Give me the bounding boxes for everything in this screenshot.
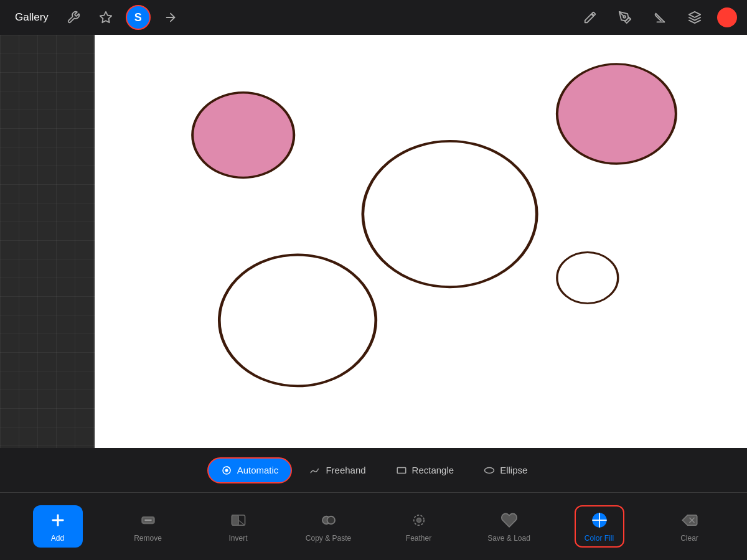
toolbar-left: Gallery S bbox=[10, 5, 183, 30]
colorfill-icon bbox=[590, 510, 609, 530]
plus-icon bbox=[48, 510, 68, 530]
mode-freehand[interactable]: Freehand bbox=[297, 457, 378, 483]
action-invert[interactable]: Invert bbox=[214, 510, 263, 543]
copy-icon bbox=[319, 510, 339, 530]
feather-label: Feather bbox=[406, 534, 431, 543]
svg-point-10 bbox=[225, 469, 228, 472]
layers-button[interactable] bbox=[682, 5, 707, 30]
minus-icon bbox=[138, 510, 158, 530]
action-clear[interactable]: Clear bbox=[665, 510, 715, 543]
action-save-load[interactable]: Save & Load bbox=[484, 510, 534, 543]
mode-automatic-label: Automatic bbox=[237, 465, 279, 475]
wrench-button[interactable] bbox=[61, 5, 86, 30]
svg-point-2 bbox=[623, 16, 626, 18]
bottom-actions-bar: Add Remove Invert bbox=[0, 493, 747, 560]
mode-freehand-label: Freehand bbox=[326, 465, 365, 475]
svg-rect-18 bbox=[232, 515, 238, 525]
svg-point-8 bbox=[557, 253, 618, 304]
action-remove[interactable]: Remove bbox=[123, 510, 173, 543]
svg-point-5 bbox=[557, 64, 676, 164]
feather-icon bbox=[409, 510, 429, 530]
toolbar-right bbox=[578, 5, 737, 30]
eraser-button[interactable] bbox=[647, 5, 672, 30]
top-toolbar: Gallery S bbox=[0, 0, 747, 35]
selection-mode-bar: Automatic Freehand Rectangle Ellipse bbox=[0, 448, 747, 493]
save-icon bbox=[499, 510, 519, 530]
bottom-toolbar: Automatic Freehand Rectangle Ellipse bbox=[0, 448, 747, 560]
svg-point-20 bbox=[327, 516, 335, 525]
mode-ellipse-label: Ellipse bbox=[500, 465, 527, 475]
canvas[interactable] bbox=[95, 35, 747, 448]
clear-label: Clear bbox=[680, 534, 698, 543]
magic-button[interactable] bbox=[93, 5, 118, 30]
mode-automatic[interactable]: Automatic bbox=[207, 457, 293, 483]
svg-marker-3 bbox=[689, 12, 700, 17]
brush-button[interactable] bbox=[578, 5, 603, 30]
invert-label: Invert bbox=[228, 534, 247, 543]
color-picker-dot[interactable] bbox=[717, 7, 737, 27]
action-copy-paste[interactable]: Copy & Paste bbox=[304, 510, 354, 543]
clear-icon bbox=[680, 510, 700, 530]
mode-rectangle-label: Rectangle bbox=[412, 465, 454, 475]
mode-ellipse[interactable]: Ellipse bbox=[471, 457, 540, 483]
svg-point-12 bbox=[485, 467, 494, 473]
copy-paste-label: Copy & Paste bbox=[306, 534, 351, 543]
color-fill-label: Color Fill bbox=[585, 534, 614, 543]
save-load-label: Save & Load bbox=[487, 534, 530, 543]
add-label: Add bbox=[51, 534, 64, 543]
canvas-svg bbox=[95, 35, 747, 448]
svg-point-22 bbox=[416, 518, 421, 523]
arrow-button[interactable] bbox=[158, 5, 183, 30]
smudge-button[interactable] bbox=[613, 5, 637, 30]
svg-marker-0 bbox=[100, 12, 111, 22]
action-color-fill[interactable]: Color Fill bbox=[575, 505, 624, 548]
invert-icon bbox=[228, 510, 248, 530]
svg-point-7 bbox=[219, 254, 376, 386]
remove-label: Remove bbox=[134, 534, 162, 543]
gallery-button[interactable]: Gallery bbox=[10, 9, 54, 26]
selection-tool-button[interactable]: S bbox=[126, 5, 151, 30]
svg-point-4 bbox=[192, 93, 294, 178]
action-feather[interactable]: Feather bbox=[394, 510, 444, 543]
left-side-panel bbox=[0, 35, 95, 448]
action-add[interactable]: Add bbox=[33, 505, 83, 548]
svg-point-6 bbox=[363, 141, 537, 287]
mode-rectangle[interactable]: Rectangle bbox=[383, 457, 467, 483]
svg-rect-11 bbox=[397, 467, 406, 473]
